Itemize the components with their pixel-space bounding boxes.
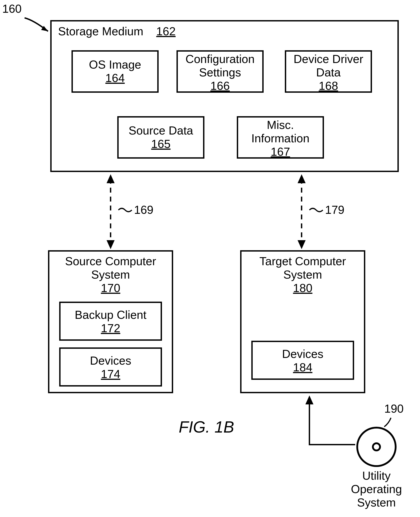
utility-os-disc-hole-icon: [372, 442, 381, 451]
leader-190: [0, 0, 420, 517]
diagram-canvas: 160 Storage Medium 162 OS Image 164 Conf…: [0, 0, 420, 517]
utility-os-label: Utility Operating System: [350, 469, 403, 509]
